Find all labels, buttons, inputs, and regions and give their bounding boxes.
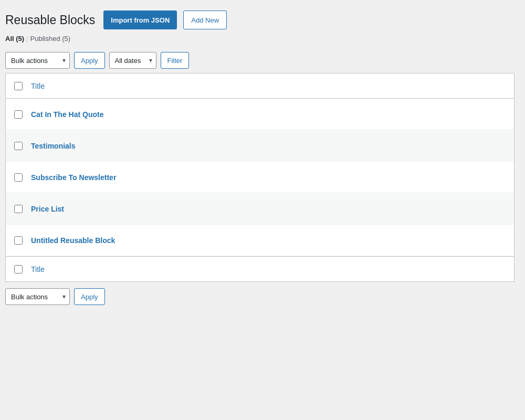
table-header-row: Title (6, 74, 514, 99)
table-row: Testimonials (6, 130, 514, 162)
row-checkbox-2[interactable] (14, 142, 23, 150)
filter-button[interactable]: Filter (161, 52, 190, 69)
bottom-apply-button[interactable]: Apply (74, 288, 105, 305)
row-checkbox-1[interactable] (14, 110, 23, 119)
row-title-2[interactable]: Testimonials (31, 142, 76, 150)
row-title-3[interactable]: Subscribe To Newsletter (31, 173, 116, 182)
filter-link-published[interactable]: Published (5) (30, 35, 71, 43)
table-header-title[interactable]: Title (31, 82, 45, 90)
select-all-checkbox[interactable] (14, 82, 23, 90)
table-row: Cat In The Hat Quote (6, 99, 514, 130)
row-checkbox-4[interactable] (14, 205, 23, 213)
all-dates-wrapper: All dates (109, 52, 156, 69)
filter-link-separator: | (26, 35, 28, 43)
bulk-actions-select[interactable]: Bulk actions Edit Move to Trash (5, 52, 70, 69)
row-checkbox-3[interactable] (14, 173, 23, 182)
table-footer-title[interactable]: Title (31, 265, 45, 274)
table-row: Untitled Reusable Block (6, 225, 514, 256)
select-all-footer-checkbox[interactable] (14, 265, 23, 274)
row-title-1[interactable]: Cat In The Hat Quote (31, 110, 103, 119)
page-wrapper: Reusable Blocks Import from JSON Add New… (0, 0, 525, 420)
bulk-actions-wrapper: Bulk actions Edit Move to Trash (5, 52, 70, 69)
filter-link-all[interactable]: All (5) (5, 35, 24, 43)
bottom-bulk-actions-select[interactable]: Bulk actions Edit Move to Trash (5, 288, 70, 305)
import-from-json-button[interactable]: Import from JSON (103, 10, 177, 29)
all-dates-select[interactable]: All dates (109, 52, 156, 69)
row-checkbox-5[interactable] (14, 236, 23, 245)
blocks-table: Title Cat In The Hat Quote Testimonials … (5, 73, 514, 282)
table-row: Price List (6, 193, 514, 225)
filter-links: All (5) | Published (5) (5, 35, 514, 43)
top-apply-button[interactable]: Apply (74, 52, 105, 69)
add-new-button[interactable]: Add New (183, 10, 227, 29)
bottom-toolbar: Bulk actions Edit Move to Trash Apply (5, 282, 514, 309)
page-title: Reusable Blocks (5, 13, 95, 27)
row-title-4[interactable]: Price List (31, 205, 64, 213)
table-footer-row: Title (6, 256, 514, 281)
row-title-5[interactable]: Untitled Reusable Block (31, 236, 115, 245)
table-row: Subscribe To Newsletter (6, 162, 514, 193)
bottom-bulk-actions-wrapper: Bulk actions Edit Move to Trash (5, 288, 70, 305)
page-header: Reusable Blocks Import from JSON Add New (5, 10, 514, 29)
top-toolbar: Bulk actions Edit Move to Trash Apply Al… (5, 48, 514, 73)
